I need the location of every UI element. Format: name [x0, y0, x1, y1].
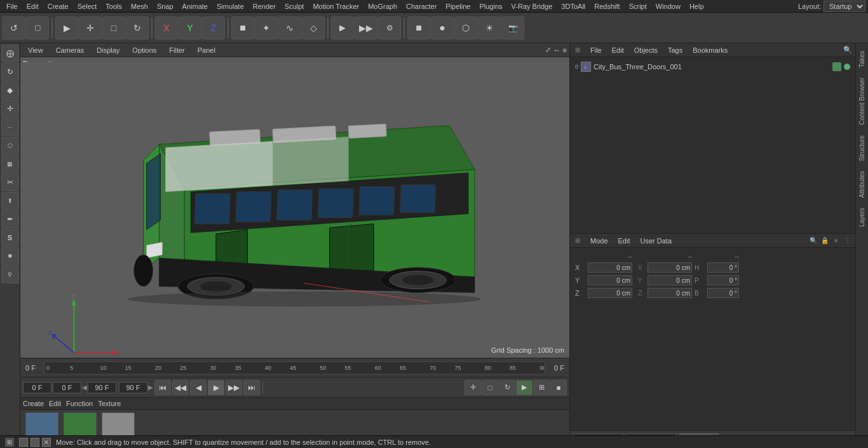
- mat-tab-function[interactable]: Function: [66, 400, 93, 407]
- frame-start-input[interactable]: [53, 382, 81, 393]
- menu-pipeline[interactable]: Pipeline: [442, 2, 474, 11]
- coord-z-extra[interactable]: 0 °: [707, 288, 739, 298]
- tool-points-btn[interactable]: ···: [1, 118, 19, 136]
- transport-start-btn[interactable]: ⏮: [154, 380, 171, 395]
- menu-snap[interactable]: Snap: [153, 2, 177, 11]
- status-minimize-btn[interactable]: [19, 438, 28, 447]
- transport-end-btn[interactable]: ⏭: [243, 380, 260, 395]
- render-view-button[interactable]: ▶: [331, 17, 354, 39]
- attr-lock-icon[interactable]: 🔒: [820, 236, 830, 246]
- mat-tab-create[interactable]: Create: [23, 400, 44, 407]
- menu-tools[interactable]: Tools: [102, 2, 126, 11]
- menu-vray[interactable]: V-Ray Bridge: [508, 2, 557, 11]
- viewport-tab-display[interactable]: Display: [92, 45, 125, 55]
- menu-render[interactable]: Render: [249, 2, 280, 11]
- transport-icon-2[interactable]: □: [482, 380, 498, 395]
- tool-edges-btn[interactable]: ⬡: [1, 137, 19, 154]
- tool-select-btn[interactable]: ✛: [1, 100, 19, 118]
- menu-plugins[interactable]: Plugins: [475, 2, 506, 11]
- attr-mode[interactable]: Mode: [588, 236, 611, 245]
- tool-pen-btn[interactable]: ✒: [1, 210, 19, 228]
- viewport-expand-btn[interactable]: ⤢: [545, 46, 551, 54]
- attr-edit[interactable]: Edit: [616, 236, 633, 245]
- menu-redshift[interactable]: Redshift: [590, 2, 623, 11]
- timeline-ruler[interactable]: 0 5 10 15 20 25 30 35 40 45 50 55 60 65: [44, 362, 545, 374]
- mode-rotate-button[interactable]: ↻: [126, 17, 149, 39]
- mode-select-button[interactable]: ▶: [55, 17, 78, 39]
- transport-play-back-btn[interactable]: ◀: [190, 380, 207, 395]
- coord-z-pos[interactable]: 0 cm: [588, 288, 632, 298]
- obj-menu-file[interactable]: File: [588, 46, 604, 55]
- menu-file[interactable]: File: [3, 2, 22, 11]
- transport-icon-5[interactable]: ⊞: [533, 380, 550, 395]
- rsidebar-content-browser[interactable]: Content Browser: [857, 72, 867, 130]
- menu-sculpt[interactable]: Sculpt: [281, 2, 308, 11]
- obj-menu-tags[interactable]: Tags: [665, 46, 685, 55]
- axis-x-button[interactable]: X: [155, 17, 178, 39]
- transport-icon-6[interactable]: ■: [550, 380, 567, 395]
- tool-paint-btn[interactable]: ✱: [1, 247, 19, 265]
- viewport-tab-options[interactable]: Options: [127, 45, 161, 55]
- obj-menu-objects[interactable]: Objects: [632, 46, 660, 55]
- tool-knife-btn[interactable]: ✂: [1, 173, 19, 191]
- rsidebar-attributes[interactable]: Attributes: [857, 166, 867, 203]
- obj-search-btn[interactable]: 🔍: [843, 45, 853, 55]
- camera-button[interactable]: 📷: [501, 17, 524, 39]
- render-settings-button[interactable]: ⚙: [378, 17, 401, 39]
- menu-script[interactable]: Script: [625, 2, 651, 11]
- current-frame-input[interactable]: [23, 382, 51, 393]
- menu-motion-tracker[interactable]: Motion Tracker: [309, 2, 363, 11]
- mat-tab-edit[interactable]: Edit: [49, 400, 61, 407]
- tool-move-btn[interactable]: ⨁: [1, 44, 19, 62]
- tool-scale-btn[interactable]: ◆: [1, 81, 19, 99]
- transport-play-btn[interactable]: ▶: [208, 380, 224, 395]
- attr-user-data[interactable]: User Data: [638, 236, 675, 245]
- layout-select[interactable]: Startup: [824, 1, 865, 12]
- undo-button[interactable]: ↺: [3, 17, 25, 39]
- viewport-arrows-btn[interactable]: ↔: [553, 46, 560, 54]
- coord-x-pos[interactable]: 0 cm: [588, 262, 632, 273]
- menu-mesh[interactable]: Mesh: [127, 2, 152, 11]
- create-object-button[interactable]: ✦: [255, 17, 278, 39]
- rsidebar-structure[interactable]: Structure: [857, 130, 867, 166]
- object-mode-button[interactable]: ■: [231, 17, 254, 39]
- menu-create[interactable]: Create: [44, 2, 72, 11]
- obj-row-bus[interactable]: 0 L City_Bus_Three_Doors_001: [573, 60, 853, 74]
- viewport-tab-filter[interactable]: Filter: [164, 45, 189, 55]
- axis-y-button[interactable]: Y: [179, 17, 201, 39]
- menu-simulate[interactable]: Simulate: [213, 2, 248, 11]
- tool-s-btn[interactable]: S: [1, 229, 19, 247]
- render-button[interactable]: ▶▶: [355, 17, 377, 39]
- cylinder-button[interactable]: ⬡: [454, 17, 477, 39]
- transport-prev-btn[interactable]: ◀◀: [172, 380, 189, 395]
- coord-y-extra[interactable]: 0 °: [707, 275, 739, 285]
- coord-x-size[interactable]: 0 cm: [648, 262, 692, 273]
- mode-scale-button[interactable]: □: [102, 17, 125, 39]
- sphere-button[interactable]: ●: [431, 17, 454, 39]
- viewport-body[interactable]: Perspective: [20, 57, 569, 358]
- tool-extrude-btn[interactable]: ⬆: [1, 192, 19, 210]
- coord-z-size[interactable]: 0 cm: [648, 288, 692, 298]
- viewport-tab-view[interactable]: View: [23, 45, 48, 55]
- status-restore-btn[interactable]: [31, 438, 39, 447]
- frame-end-input[interactable]: [88, 382, 116, 393]
- cube-button[interactable]: ■: [407, 17, 430, 39]
- spline-button[interactable]: ∿: [278, 17, 301, 39]
- obj-menu-bookmarks[interactable]: Bookmarks: [690, 46, 730, 55]
- menu-character[interactable]: Character: [402, 2, 440, 11]
- obj-menu-edit[interactable]: Edit: [609, 46, 627, 55]
- rsidebar-takes[interactable]: Takes: [857, 46, 867, 72]
- viewport-menu-btn[interactable]: ≡: [563, 46, 567, 54]
- redo-button[interactable]: ▢: [26, 17, 49, 39]
- light-button[interactable]: ☀: [478, 17, 501, 39]
- menu-window[interactable]: Window: [652, 2, 684, 11]
- menu-edit[interactable]: Edit: [23, 2, 43, 11]
- frame-end-2-input[interactable]: [119, 382, 147, 393]
- menu-3dtoall[interactable]: 3DToAll: [557, 2, 589, 11]
- tool-magnet-btn[interactable]: ⚲: [1, 266, 19, 283]
- mat-tab-texture[interactable]: Texture: [98, 400, 121, 407]
- menu-help[interactable]: Help: [686, 2, 708, 11]
- coord-y-pos[interactable]: 0 cm: [588, 275, 632, 285]
- transport-icon-1[interactable]: ✛: [465, 380, 481, 395]
- rsidebar-layers[interactable]: Layers: [857, 203, 867, 232]
